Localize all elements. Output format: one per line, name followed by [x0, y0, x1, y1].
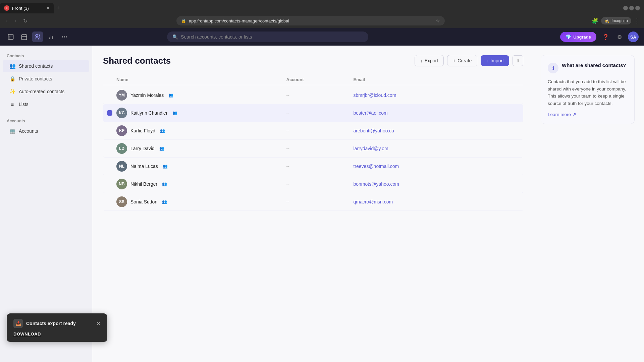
contact-email[interactable]: arebenti@yahoo.ca	[354, 128, 524, 133]
table-row[interactable]: SS Sonia Sutton 👥 -- qmacro@msn.com	[103, 193, 523, 211]
contact-avatar: LD	[116, 143, 127, 154]
toast-title: Contacts export ready	[26, 321, 76, 326]
contacts-icon-btn[interactable]	[32, 32, 43, 42]
sidebar-item-lists[interactable]: ≡ Lists	[3, 98, 89, 110]
bookmark-icon[interactable]: ☆	[436, 18, 440, 23]
contact-email[interactable]: qmacro@msn.com	[354, 199, 524, 204]
content-area: Shared contacts ↑ Export + Create ↓ Impo	[92, 46, 644, 362]
row-checkbox[interactable]	[107, 110, 112, 116]
info-button[interactable]: ℹ	[513, 55, 523, 66]
help-icon[interactable]: ❓	[600, 32, 611, 42]
create-icon: +	[453, 58, 455, 63]
contact-email[interactable]: larrydavid@y.om	[354, 146, 524, 151]
accounts-section-label: Accounts	[0, 116, 92, 125]
learn-more-link[interactable]: Learn more ↗	[548, 112, 628, 117]
table-row[interactable]: KF Karlie Floyd 👥 -- arebenti@yahoo.ca	[103, 122, 523, 140]
toast-icon: 📤	[13, 319, 23, 328]
checkbox-header-cell	[103, 77, 116, 82]
toast-download-button[interactable]: DOWNLOAD	[13, 331, 101, 337]
new-tab-button[interactable]: +	[54, 5, 63, 12]
content-header: Shared contacts ↑ Export + Create ↓ Impo	[103, 55, 523, 66]
lists-icon: ≡	[9, 101, 15, 107]
avatar[interactable]: SA	[628, 32, 639, 42]
svg-point-4	[64, 37, 65, 37]
tab-close-button[interactable]: ✕	[46, 6, 50, 10]
import-button[interactable]: ↓ Import	[481, 55, 509, 66]
table-row[interactable]: NL Naima Lucas 👥 -- treeves@hotmail.com	[103, 158, 523, 175]
table-row[interactable]: NB Nikhil Berger 👥 -- bonmots@yahoo.com	[103, 175, 523, 193]
contact-account: --	[286, 181, 354, 187]
shared-contact-icon: 👥	[172, 111, 177, 115]
import-icon: ↓	[486, 58, 488, 63]
contact-name: Kaitlynn Chandler	[130, 110, 168, 116]
shared-contact-icon: 👥	[160, 128, 165, 133]
account-column-header: Account	[286, 77, 354, 82]
contact-avatar: SS	[116, 196, 127, 207]
table-row[interactable]: YM Yazmin Morales 👥 -- sbmrjbr@icloud.co…	[103, 86, 523, 104]
window-maximize-button[interactable]	[629, 6, 634, 10]
contact-avatar: NB	[116, 179, 127, 189]
upgrade-button[interactable]: 💎 Upgrade	[560, 32, 596, 42]
sidebar-item-auto-created[interactable]: ✨ Auto-created contacts	[3, 85, 89, 98]
sidebar-item-shared-contacts[interactable]: 👥 Shared contacts	[3, 60, 89, 72]
sidebar-item-accounts[interactable]: 🏢 Accounts	[3, 125, 89, 137]
search-container: 🔍	[167, 32, 368, 42]
contact-account: --	[286, 110, 354, 116]
shared-contact-icon: 👥	[162, 182, 167, 186]
inbox-icon-btn[interactable]	[5, 32, 16, 42]
calendar-icon-btn[interactable]	[19, 32, 30, 42]
sidebar-item-label: Shared contacts	[19, 63, 53, 69]
contact-email[interactable]: bester@aol.com	[354, 110, 524, 116]
contact-name-cell: NB Nikhil Berger 👥	[116, 179, 286, 189]
contact-email[interactable]: bonmots@yahoo.com	[354, 181, 524, 187]
extensions-icon[interactable]: 🧩	[592, 18, 598, 24]
contact-account: --	[286, 164, 354, 169]
info-panel-title: What are shared contacts?	[562, 62, 626, 69]
incognito-icon: 🕵	[604, 18, 609, 23]
toast-notification: 📤 Contacts export ready ✕ DOWNLOAD	[7, 313, 107, 342]
email-column-header: Email	[354, 77, 524, 82]
toast-close-button[interactable]: ✕	[96, 320, 101, 327]
table-row[interactable]: LD Larry David 👥 -- larrydavid@y.om	[103, 140, 523, 158]
export-button[interactable]: ↑ Export	[415, 55, 444, 66]
svg-rect-0	[8, 35, 13, 40]
auto-created-icon: ✨	[9, 88, 15, 95]
main-content: Shared contacts ↑ Export + Create ↓ Impo	[92, 46, 534, 362]
contact-email[interactable]: treeves@hotmail.com	[354, 164, 524, 169]
info-panel-body: Contacts that you add to this list will …	[548, 78, 628, 107]
row-checkbox-cell	[103, 128, 116, 133]
contact-account: --	[286, 146, 354, 151]
contact-name: Larry David	[130, 146, 155, 151]
chrome-menu-icon[interactable]: ⋮	[634, 17, 640, 24]
forward-button[interactable]: ›	[12, 16, 18, 25]
search-input[interactable]	[181, 34, 363, 40]
shared-contacts-icon: 👥	[9, 63, 15, 69]
external-link-icon: ↗	[572, 112, 576, 117]
contact-avatar: KF	[116, 125, 127, 136]
contact-account: --	[286, 199, 354, 204]
refresh-button[interactable]: ↻	[21, 16, 30, 25]
more-icon-btn[interactable]	[59, 32, 70, 42]
contact-name-cell: YM Yazmin Morales 👥	[116, 90, 286, 101]
info-panel: ℹ What are shared contacts? Contacts tha…	[541, 55, 635, 124]
address-bar[interactable]: 🔒 app.frontapp.com/contacts-manager/cont…	[176, 16, 445, 25]
shared-contact-icon: 👥	[159, 146, 164, 151]
search-icon: 🔍	[172, 34, 178, 40]
sidebar-item-label: Lists	[19, 102, 29, 107]
table-row[interactable]: KC Kaitlynn Chandler 👥 -- bester@aol.com	[103, 104, 523, 122]
analytics-icon-btn[interactable]	[46, 32, 56, 42]
window-minimize-button[interactable]	[623, 6, 628, 10]
svg-point-3	[62, 37, 63, 37]
contact-name: Yazmin Morales	[130, 93, 164, 98]
toast-header: 📤 Contacts export ready ✕	[13, 319, 101, 328]
svg-rect-1	[22, 35, 27, 40]
sidebar-item-label: Accounts	[19, 128, 38, 134]
settings-icon[interactable]: ⚙	[615, 32, 624, 42]
create-button[interactable]: + Create	[447, 55, 477, 66]
sidebar-item-private-contacts[interactable]: 🔒 Private contacts	[3, 73, 89, 85]
contacts-table: Name Account Email YM Yazmin Morales 👥 -…	[103, 74, 523, 211]
back-button[interactable]: ‹	[4, 16, 10, 25]
contact-email[interactable]: sbmrjbr@icloud.com	[354, 93, 524, 98]
window-close-button[interactable]	[635, 6, 640, 10]
browser-tab[interactable]: F Front (3) ✕	[0, 3, 54, 13]
